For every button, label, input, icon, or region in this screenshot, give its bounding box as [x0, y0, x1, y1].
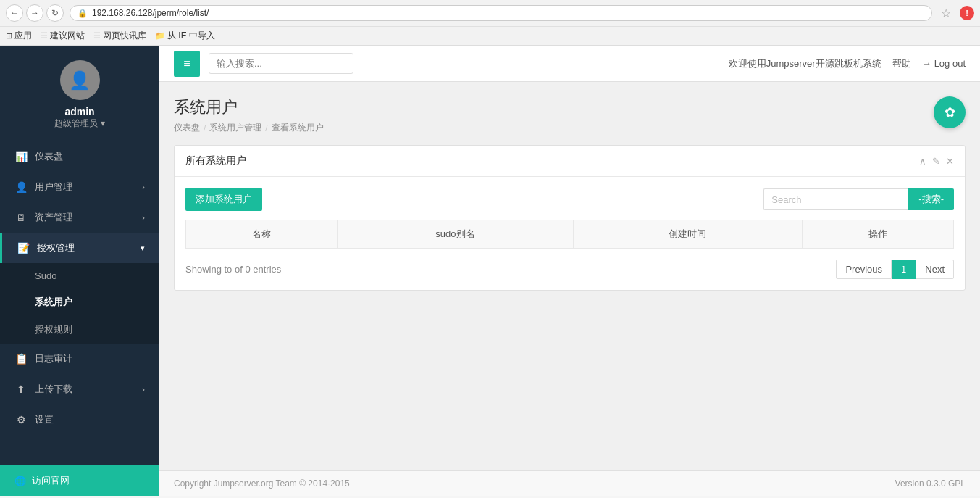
breadcrumb-dashboard[interactable]: 仪表盘 — [174, 122, 200, 134]
card-header: 所有系统用户 ∧ ✎ ✕ — [175, 146, 965, 177]
avatar-icon: 👤 — [69, 70, 91, 91]
card-body: 添加系统用户 -搜索- 名称 sudo别名 创建时间 操作 — [175, 177, 965, 290]
pagination-buttons: Previous 1 Next — [836, 260, 954, 279]
sidebar-item-perm-label: 授权管理 — [37, 241, 75, 254]
card-header-icons: ∧ ✎ ✕ — [919, 156, 954, 167]
user-mgmt-icon: 👤 — [14, 181, 28, 193]
dashboard-icon: 📊 — [14, 151, 28, 162]
visit-site-label: 访问官网 — [32, 474, 70, 487]
url-text: 192.168.26.128/jperm/role/list/ — [92, 8, 924, 18]
perm-icon: 📝 — [17, 242, 30, 254]
col-created-time: 创建时间 — [573, 220, 802, 249]
sidebar-item-upload-label: 上传下载 — [35, 383, 72, 396]
sidebar-item-perm-mgmt[interactable]: 📝 授权管理 ▾ — [0, 233, 159, 263]
pagination-row: Showing to of 0 entries Previous 1 Next — [185, 260, 954, 279]
top-header: ≡ 欢迎使用Jumpserver开源跳板机系统 帮助 → Log out — [159, 46, 980, 82]
page-title: 系统用户 — [174, 96, 966, 118]
app-container: 👤 admin 超级管理员 ▾ 📊 仪表盘 👤 用户管理 › 🖥 资产管理 › … — [0, 46, 980, 496]
col-actions: 操作 — [802, 220, 953, 249]
bookmark-news[interactable]: ☰ 网页快讯库 — [93, 30, 146, 42]
bookmark-apps[interactable]: ⊞ 应用 — [6, 30, 32, 42]
user-name: admin — [64, 106, 94, 117]
breadcrumb: 仪表盘 / 系统用户管理 / 查看系统用户 — [174, 122, 966, 134]
avatar: 👤 — [60, 60, 100, 100]
sidebar-item-system-user[interactable]: 系统用户 — [0, 289, 159, 316]
footer: Copyright Jumpserver.org Team © 2014-201… — [159, 470, 980, 496]
main-area: ≡ 欢迎使用Jumpserver开源跳板机系统 帮助 → Log out 系统用… — [159, 46, 980, 496]
refresh-button[interactable]: ↻ — [46, 4, 64, 22]
chevron-right-icon-3: › — [142, 385, 145, 394]
perm-submenu: Sudo 系统用户 授权规则 — [0, 263, 159, 344]
sidebar-item-log-label: 日志审计 — [35, 352, 72, 365]
breadcrumb-sep-1: / — [204, 123, 206, 133]
breadcrumb-system-user-mgmt[interactable]: 系统用户管理 — [209, 122, 261, 134]
bookmarks-bar: ⊞ 应用 ☰ 建议网站 ☰ 网页快讯库 📁 从 IE 中导入 — [0, 26, 980, 45]
breadcrumb-sep-2: / — [265, 123, 267, 133]
system-users-card: 所有系统用户 ∧ ✎ ✕ 添加系统用户 -搜索- — [174, 145, 966, 291]
logout-label: Log out — [934, 58, 966, 69]
back-button[interactable]: ← — [6, 4, 23, 22]
table-head: 名称 sudo别名 创建时间 操作 — [186, 220, 954, 249]
sidebar-item-user-mgmt-label: 用户管理 — [35, 180, 72, 194]
sidebar-item-settings[interactable]: ⚙ 设置 — [0, 404, 159, 435]
asset-icon: 🖥 — [14, 212, 28, 223]
add-system-user-button[interactable]: 添加系统用户 — [185, 188, 262, 211]
previous-page-button[interactable]: Previous — [836, 260, 892, 279]
next-page-button[interactable]: Next — [916, 260, 954, 279]
page-1-button[interactable]: 1 — [892, 260, 916, 279]
bookmark-news-label: 网页快讯库 — [103, 30, 146, 42]
logout-button[interactable]: → Log out — [922, 58, 966, 69]
sidebar-item-dashboard-label: 仪表盘 — [35, 150, 63, 163]
upload-icon: ⬆ — [14, 383, 28, 395]
hamburger-button[interactable]: ≡ — [174, 51, 200, 77]
sidebar-item-asset-label: 资产管理 — [35, 211, 72, 224]
toolbar-row: 添加系统用户 -搜索- — [185, 188, 954, 211]
lock-icon: 🔒 — [78, 9, 88, 18]
apps-icon: ⊞ — [6, 31, 12, 41]
sidebar-item-dashboard[interactable]: 📊 仪表盘 — [0, 141, 159, 172]
nav-menu: 📊 仪表盘 👤 用户管理 › 🖥 资产管理 › 📝 授权管理 ▾ Sudo 系统… — [0, 141, 159, 465]
bookmark-suggested-label: 建议网站 — [50, 30, 85, 42]
folder-icon: 📁 — [155, 31, 165, 41]
bookmark-apps-label: 应用 — [14, 30, 32, 42]
nav-buttons: ← → ↻ — [6, 4, 64, 22]
version-text: Version 0.3.0 GPL — [895, 478, 966, 489]
bookmark-suggested[interactable]: ☰ 建议网站 — [41, 30, 85, 42]
browser-toolbar: ← → ↻ 🔒 192.168.26.128/jperm/role/list/ … — [0, 0, 980, 26]
sidebar-item-log-audit[interactable]: 📋 日志审计 — [0, 344, 159, 374]
collapse-icon[interactable]: ∧ — [919, 156, 926, 167]
forward-button[interactable]: → — [26, 4, 43, 22]
sidebar-item-settings-label: 设置 — [35, 413, 54, 426]
sidebar-item-visit-site[interactable]: 🌐 访问官网 — [0, 465, 159, 496]
col-sudo-alias: sudo别名 — [338, 220, 573, 249]
fab-button[interactable]: ✿ — [934, 96, 966, 128]
bookmark-ie-label: 从 IE 中导入 — [167, 30, 215, 42]
url-bar[interactable]: 🔒 192.168.26.128/jperm/role/list/ — [70, 5, 932, 21]
chevron-right-icon-2: › — [142, 213, 145, 222]
search-button[interactable]: -搜索- — [908, 188, 954, 210]
bookmark-icon-2: ☰ — [93, 31, 101, 41]
search-area: -搜索- — [763, 188, 954, 210]
global-search-input[interactable] — [209, 53, 353, 74]
bookmark-icon-1: ☰ — [41, 31, 48, 41]
edit-icon[interactable]: ✎ — [932, 156, 940, 167]
search-input[interactable] — [763, 188, 908, 210]
breadcrumb-current: 查看系统用户 — [272, 122, 324, 134]
close-icon[interactable]: ✕ — [946, 156, 954, 167]
welcome-text: 欢迎使用Jumpserver开源跳板机系统 — [729, 57, 881, 70]
sidebar-item-sudo[interactable]: Sudo — [0, 263, 159, 289]
browser-chrome: ← → ↻ 🔒 192.168.26.128/jperm/role/list/ … — [0, 0, 980, 46]
showing-entries-text: Showing to of 0 entries — [185, 264, 281, 275]
help-link[interactable]: 帮助 — [892, 57, 911, 70]
bookmark-star-icon[interactable]: ☆ — [938, 7, 954, 20]
sidebar-item-user-mgmt[interactable]: 👤 用户管理 › — [0, 172, 159, 202]
sidebar-item-asset-mgmt[interactable]: 🖥 资产管理 › — [0, 202, 159, 233]
system-users-table: 名称 sudo别名 创建时间 操作 — [185, 220, 954, 249]
bookmark-ie-import[interactable]: 📁 从 IE 中导入 — [155, 30, 215, 42]
card-title: 所有系统用户 — [185, 154, 246, 167]
sidebar-item-perm-rule[interactable]: 授权规则 — [0, 316, 159, 344]
user-role[interactable]: 超级管理员 ▾ — [54, 117, 104, 130]
sidebar-item-upload-download[interactable]: ⬆ 上传下载 › — [0, 374, 159, 404]
table-header-row: 名称 sudo别名 创建时间 操作 — [186, 220, 954, 249]
copyright-text: Copyright Jumpserver.org Team © 2014-201… — [174, 478, 350, 489]
